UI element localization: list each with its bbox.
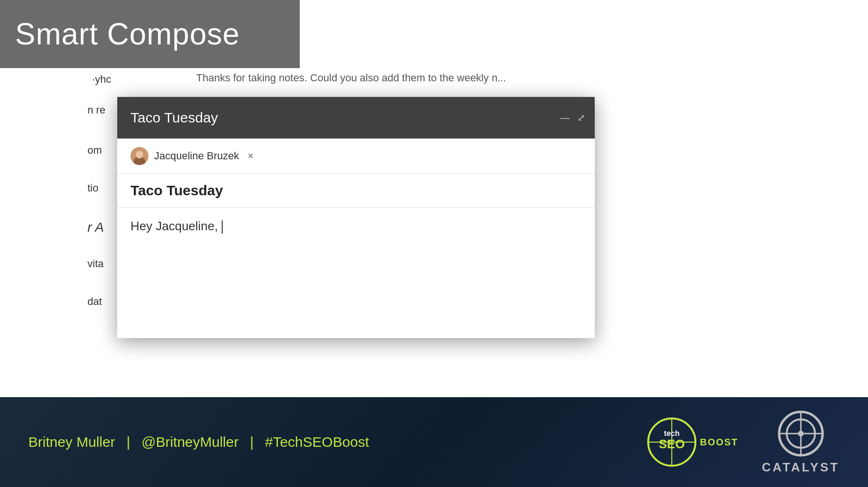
subject-text: Taco Tuesday bbox=[130, 183, 223, 198]
title-bar: Smart Compose bbox=[0, 0, 300, 68]
footer-sep1: | bbox=[126, 434, 130, 450]
svg-text:SEO: SEO bbox=[659, 437, 685, 451]
footer-presenter-info: Britney Muller | @BritneyMuller | #TechS… bbox=[28, 434, 369, 450]
techseo-boost-text: BOOST bbox=[700, 437, 738, 447]
bg-item-tio: tio bbox=[87, 182, 98, 194]
footer-logos: tech SEO BOOST CATALYST bbox=[646, 410, 840, 475]
recipient-name: Jacqueline Bruzek bbox=[154, 150, 239, 162]
catalyst-logo: CATALYST bbox=[762, 410, 840, 475]
techseo-logo: tech SEO BOOST bbox=[646, 416, 738, 468]
catalyst-text: CATALYST bbox=[762, 460, 840, 475]
message-text: Hey Jacqueline, bbox=[130, 219, 223, 233]
expand-button[interactable]: ⤢ bbox=[577, 112, 585, 123]
footer-handle: @BritneyMuller bbox=[141, 434, 239, 450]
compose-to-field[interactable]: Jacqueline Bruzek × bbox=[117, 139, 595, 174]
compose-window-controls: — ⤢ bbox=[560, 112, 585, 123]
compose-header: Taco Tuesday — ⤢ bbox=[117, 97, 595, 139]
bg-item-dat: dat bbox=[87, 296, 102, 308]
footer-hashtag: #TechSEOBoost bbox=[265, 434, 369, 450]
minimize-button[interactable]: — bbox=[560, 113, 570, 123]
compose-window-title: Taco Tuesday bbox=[130, 110, 218, 126]
recipient-remove-button[interactable]: × bbox=[248, 150, 254, 162]
compose-subject-field[interactable]: Taco Tuesday bbox=[117, 174, 595, 208]
bg-item-om: om bbox=[87, 144, 102, 157]
catalyst-ring-icon bbox=[777, 410, 825, 457]
footer-presenter-name: Britney Muller bbox=[28, 434, 115, 450]
bg-sender: ·yhc bbox=[92, 73, 111, 86]
bg-item-vita: vita bbox=[87, 258, 104, 270]
footer-bar: Britney Muller | @BritneyMuller | #TechS… bbox=[0, 397, 868, 487]
compose-message-body[interactable]: Hey Jacqueline, bbox=[117, 208, 595, 338]
footer-sep2: | bbox=[250, 434, 254, 450]
compose-window: Taco Tuesday — ⤢ Jacqueline Bruzek × Tac… bbox=[117, 97, 595, 338]
techseo-boost-label: BOOST bbox=[700, 437, 738, 447]
bg-item-a: r A bbox=[87, 220, 104, 235]
slide-title: Smart Compose bbox=[15, 17, 240, 52]
bg-preview: Thanks for taking notes. Could you also … bbox=[196, 72, 506, 84]
svg-point-9 bbox=[798, 431, 804, 436]
text-cursor bbox=[222, 220, 223, 234]
recipient-chip: Jacqueline Bruzek × bbox=[130, 147, 254, 165]
techseo-circle-icon: tech SEO bbox=[646, 416, 698, 468]
bg-item-re: n re bbox=[87, 104, 105, 116]
avatar bbox=[130, 147, 148, 165]
svg-text:tech: tech bbox=[664, 429, 680, 437]
